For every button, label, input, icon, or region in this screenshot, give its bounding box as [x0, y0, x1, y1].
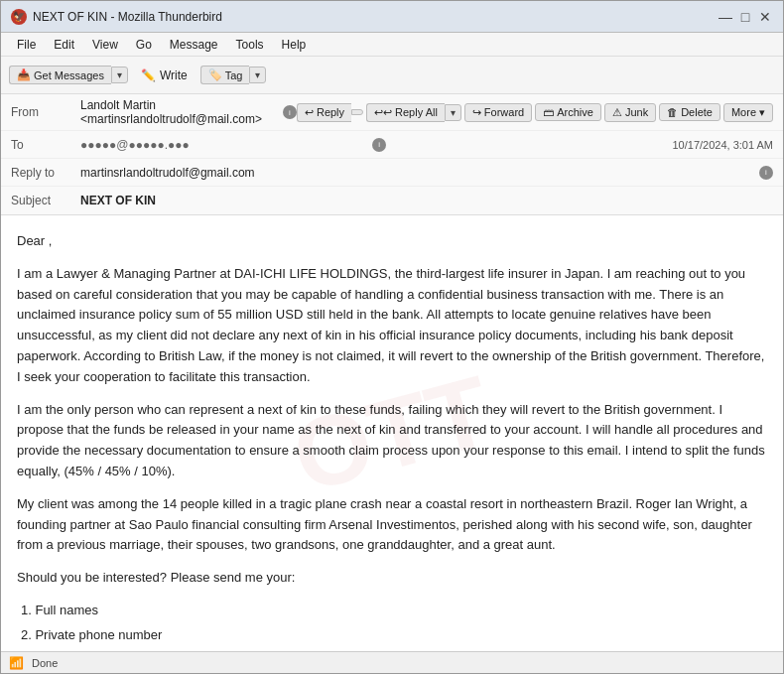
status-bar: 📶 Done — [1, 651, 783, 673]
forward-label: Forward — [484, 106, 524, 118]
archive-label: Archive — [557, 106, 593, 118]
status-text: Done — [32, 657, 58, 669]
paragraph3: My client was among the 14 people killed… — [17, 494, 767, 556]
list-item-3: 3. Current residential address — [21, 650, 767, 651]
get-messages-icon: 📥 — [17, 68, 31, 81]
to-value: ●●●●●@●●●●●.●●● — [80, 138, 366, 152]
junk-label: Junk — [625, 106, 648, 118]
to-row: To ●●●●●@●●●●●.●●● i 10/17/2024, 3:01 AM — [1, 131, 783, 159]
tag-dropdown[interactable]: ▾ — [249, 67, 266, 83]
menu-message[interactable]: Message — [162, 36, 226, 54]
title-bar-left: 🦅 NEXT OF KIN - Mozilla Thunderbird — [11, 9, 222, 25]
delete-icon: 🗑 — [667, 106, 678, 118]
write-button[interactable]: ✏️ Write — [132, 65, 196, 86]
get-messages-button[interactable]: 📥 Get Messages — [9, 66, 111, 84]
status-icon: 📶 — [9, 656, 24, 670]
menu-file[interactable]: File — [9, 36, 44, 54]
reply-label: Reply — [317, 106, 344, 118]
main-window: 🦅 NEXT OF KIN - Mozilla Thunderbird — □ … — [0, 0, 784, 674]
reply-all-icon: ↩↩ — [374, 106, 392, 119]
reply-dropdown[interactable] — [351, 109, 363, 115]
tag-button[interactable]: 🏷️ Tag — [200, 66, 250, 84]
cta: Should you be interested? Please send me… — [17, 568, 767, 589]
maximize-button[interactable]: □ — [737, 9, 753, 25]
window-title: NEXT OF KIN - Mozilla Thunderbird — [33, 10, 222, 24]
email-body: Dear , I am a Lawyer & Managing Partner … — [1, 215, 783, 651]
email-body-container: OTT Dear , I am a Lawyer & Managing Part… — [1, 215, 783, 651]
write-icon: ✏️ — [141, 68, 156, 82]
list-item-2: 2. Private phone number — [21, 625, 767, 646]
tag-label: Tag — [225, 69, 243, 81]
paragraph2: I am the only person who can represent a… — [17, 400, 767, 482]
reply-all-button[interactable]: ↩↩ Reply All — [366, 103, 445, 122]
reply-to-label: Reply to — [11, 166, 80, 180]
window-controls: — □ ✕ — [718, 9, 773, 25]
reply-to-icon[interactable]: i — [759, 166, 773, 180]
email-actions: ↩ Reply ↩↩ Reply All ▾ ↪ Forward — [297, 103, 773, 122]
delete-label: Delete — [681, 106, 713, 118]
reply-to-row: Reply to martinsrlandoltrudolf@gmail.com… — [1, 159, 783, 187]
subject-row: Subject NEXT OF KIN — [1, 187, 783, 214]
menu-edit[interactable]: Edit — [46, 36, 82, 54]
from-content: Landolt Martin <martinsrlandoltrudolf@ma… — [80, 98, 297, 126]
write-label: Write — [160, 68, 188, 82]
menu-tools[interactable]: Tools — [228, 36, 272, 54]
junk-icon: ⚠ — [612, 106, 622, 119]
forward-icon: ↪ — [472, 106, 481, 119]
tag-icon: 🏷️ — [208, 68, 222, 81]
junk-button[interactable]: ⚠ Junk — [604, 103, 656, 122]
reply-split-btn: ↩ Reply — [297, 103, 363, 122]
close-button[interactable]: ✕ — [757, 9, 773, 25]
list-item-1: 1. Full names — [21, 601, 767, 621]
delete-button[interactable]: 🗑 Delete — [659, 103, 720, 121]
reply-all-label: Reply All — [395, 106, 438, 118]
minimize-button[interactable]: — — [718, 9, 733, 25]
from-value: Landolt Martin <martinsrlandoltrudolf@ma… — [80, 98, 271, 126]
get-messages-label: Get Messages — [34, 69, 104, 81]
tag-split-btn: 🏷️ Tag ▾ — [200, 66, 267, 84]
from-row: From Landolt Martin <martinsrlandoltrudo… — [1, 94, 783, 131]
menu-bar: File Edit View Go Message Tools Help — [1, 33, 783, 57]
menu-help[interactable]: Help — [274, 36, 315, 54]
title-bar: 🦅 NEXT OF KIN - Mozilla Thunderbird — □ … — [1, 1, 783, 33]
request-list: 1. Full names 2. Private phone number 3.… — [17, 601, 767, 651]
greeting: Dear , — [17, 231, 767, 252]
reply-icon: ↩ — [305, 106, 314, 119]
more-arrow-icon: ▾ — [759, 106, 765, 119]
menu-go[interactable]: Go — [128, 36, 160, 54]
menu-view[interactable]: View — [84, 36, 126, 54]
more-button[interactable]: More ▾ — [723, 103, 773, 122]
to-label: To — [11, 138, 80, 152]
reply-all-split-btn: ↩↩ Reply All ▾ — [366, 103, 461, 122]
reply-all-dropdown[interactable]: ▾ — [445, 104, 461, 121]
reply-to-value: martinsrlandoltrudolf@gmail.com — [80, 166, 755, 180]
get-messages-split-btn: 📥 Get Messages ▾ — [9, 66, 128, 84]
toolbar: 📥 Get Messages ▾ ✏️ Write 🏷️ Tag ▾ — [1, 57, 783, 94]
app-icon: 🦅 — [11, 9, 27, 25]
email-header: From Landolt Martin <martinsrlandoltrudo… — [1, 94, 783, 215]
more-label: More — [731, 106, 756, 118]
from-label: From — [11, 105, 80, 119]
reply-button[interactable]: ↩ Reply — [297, 103, 351, 122]
paragraph1: I am a Lawyer & Managing Partner at DAI-… — [17, 264, 767, 388]
archive-button[interactable]: 🗃 Archive — [535, 103, 601, 121]
get-messages-dropdown[interactable]: ▾ — [111, 67, 128, 83]
archive-icon: 🗃 — [543, 106, 554, 118]
forward-button[interactable]: ↪ Forward — [464, 103, 532, 122]
email-timestamp: 10/17/2024, 3:01 AM — [672, 139, 773, 151]
to-contact-icon[interactable]: i — [372, 138, 386, 152]
subject-label: Subject — [11, 194, 80, 207]
contact-icon[interactable]: i — [283, 105, 297, 119]
subject-value: NEXT OF KIN — [80, 194, 773, 207]
